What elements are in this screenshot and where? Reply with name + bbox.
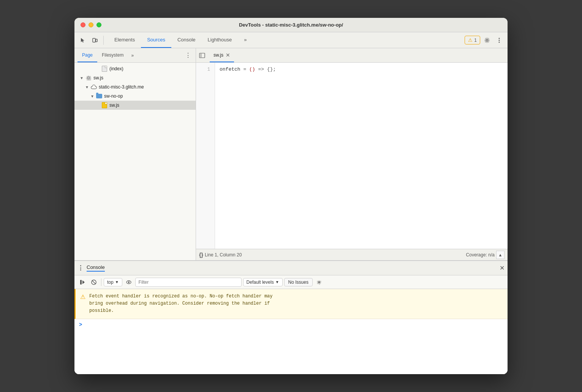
tree-arrow-domain: ▼: [85, 85, 90, 89]
tab-page[interactable]: Page: [77, 48, 97, 62]
context-value: top: [107, 280, 114, 285]
top-toolbar: Elements Sources Console Lighthouse » ⚠ …: [74, 32, 508, 48]
doc-icon: [101, 65, 108, 72]
svg-marker-8: [82, 280, 85, 284]
tree-arrow-folder: ▼: [90, 94, 96, 98]
tab-elements[interactable]: Elements: [108, 32, 141, 48]
status-bar-left: {} Line 1, Column 20: [199, 252, 242, 258]
toolbar-right: ⚠ 1: [465, 35, 505, 46]
svg-point-2: [499, 38, 500, 39]
tree-item-swjs-file[interactable]: sw.js: [74, 101, 196, 110]
sidebar-toggle-button[interactable]: [198, 51, 207, 60]
format-button[interactable]: {}: [199, 252, 203, 258]
minimize-button[interactable]: [89, 22, 93, 27]
status-bar-right: Coverage: n/a ▲: [466, 251, 505, 259]
warning-triangle-icon: ⚠: [80, 293, 85, 315]
console-divider-1: [101, 278, 101, 286]
editor-tab-close[interactable]: ✕: [226, 52, 230, 58]
line-num-1: 1: [196, 66, 215, 73]
console-prompt: >: [74, 319, 508, 330]
warning-text: Fetch event handler is recognized as no-…: [89, 293, 272, 315]
console-close-button[interactable]: ✕: [500, 264, 505, 272]
close-button[interactable]: [81, 22, 85, 27]
filter-input[interactable]: [135, 278, 242, 287]
warning-count: 1: [474, 38, 477, 43]
console-header: ⋮ Console ✕: [74, 261, 508, 275]
svg-line-10: [92, 280, 96, 284]
editor-tabs: sw.js ✕: [196, 48, 508, 63]
tab-more-panels[interactable]: »: [130, 53, 135, 58]
settings-button[interactable]: [482, 35, 492, 46]
warning-badge[interactable]: ⚠ 1: [465, 36, 480, 44]
traffic-lights: [81, 22, 101, 27]
tab-console[interactable]: Console: [171, 32, 202, 48]
svg-point-12: [128, 281, 130, 283]
code-line-1: onfetch = () => {};: [220, 66, 503, 73]
tab-filesystem[interactable]: Filesystem: [97, 48, 128, 62]
devtools-body: Elements Sources Console Lighthouse » ⚠ …: [74, 32, 508, 374]
window-title: DevTools - static-misc-3.glitch.me/sw-no…: [239, 22, 343, 28]
tab-more[interactable]: »: [238, 32, 253, 48]
panel-tabs: Page Filesystem » ⋮: [74, 48, 196, 63]
svg-rect-5: [199, 53, 205, 58]
gear-icon: [85, 74, 92, 81]
chevron-down-icon: ▼: [115, 280, 119, 284]
js-file-icon: [101, 102, 108, 109]
line-numbers: 1: [196, 63, 215, 249]
panel-options-button[interactable]: ⋮: [183, 52, 193, 59]
svg-rect-7: [80, 280, 82, 285]
coverage-status: Coverage: n/a: [466, 252, 495, 258]
no-issues-button[interactable]: No Issues: [284, 278, 313, 286]
svg-rect-1: [96, 39, 97, 42]
play-button[interactable]: [77, 277, 87, 287]
tree-item-index[interactable]: (index): [74, 64, 196, 73]
svg-rect-0: [93, 38, 95, 42]
svg-point-3: [499, 40, 500, 41]
folder-icon: [96, 93, 103, 100]
devtools-window: DevTools - static-misc-3.glitch.me/sw-no…: [74, 18, 508, 374]
scroll-up-button[interactable]: ▲: [496, 251, 505, 259]
console-input[interactable]: [85, 321, 503, 327]
warning-icon: ⚠: [468, 37, 473, 43]
select-element-button[interactable]: [77, 35, 88, 46]
tab-sources[interactable]: Sources: [141, 32, 171, 48]
tab-list: Elements Sources Console Lighthouse »: [108, 32, 253, 48]
editor-tab-label: sw.js: [214, 52, 223, 58]
more-options-button[interactable]: [494, 35, 505, 46]
tree-item-swjs-root[interactable]: ▼ sw.js: [74, 73, 196, 82]
tree-arrow-swjs: ▼: [80, 76, 85, 80]
tree-label-folder: sw-no-op: [104, 93, 123, 99]
status-bar: {} Line 1, Column 20 Coverage: n/a ▲: [196, 249, 508, 260]
tree-label-swjs-file: sw.js: [109, 103, 119, 108]
cursor-position: Line 1, Column 20: [205, 252, 242, 258]
editor-tab-swjs[interactable]: sw.js ✕: [210, 48, 234, 62]
tab-lighthouse[interactable]: Lighthouse: [202, 32, 238, 48]
console-settings-button[interactable]: [314, 277, 324, 287]
maximize-button[interactable]: [96, 22, 101, 27]
levels-selector[interactable]: Default levels ▼: [243, 278, 283, 286]
tree-label-domain: static-misc-3.glitch.me: [99, 84, 144, 90]
watch-button[interactable]: [124, 277, 134, 287]
code-content[interactable]: onfetch = () => {};: [215, 63, 508, 249]
bottom-panel: ⋮ Console ✕: [74, 260, 508, 374]
code-area: 1 onfetch = () => {};: [196, 63, 508, 249]
console-menu-button[interactable]: ⋮: [77, 264, 84, 272]
levels-chevron-icon: ▼: [275, 280, 279, 284]
context-selector[interactable]: top ▼: [104, 278, 122, 286]
left-panel: Page Filesystem » ⋮ (index): [74, 48, 196, 260]
toolbar-divider-1: [103, 36, 104, 45]
tree-item-domain[interactable]: ▼ static-misc-3.glitch.me: [74, 82, 196, 92]
main-content: Page Filesystem » ⋮ (index): [74, 48, 508, 260]
warning-message: ⚠ Fetch event handler is recognized as n…: [74, 289, 508, 319]
tree-item-folder[interactable]: ▼ sw-no-op: [74, 92, 196, 101]
svg-point-4: [499, 41, 500, 43]
file-tree: (index) ▼ sw.js: [74, 63, 196, 260]
cloud-icon: [90, 84, 97, 90]
stop-button[interactable]: [89, 277, 99, 287]
console-title: Console: [87, 264, 105, 272]
levels-label: Default levels: [247, 280, 274, 285]
tree-label-index: (index): [109, 66, 123, 71]
device-mode-button[interactable]: [90, 35, 100, 46]
right-panel: sw.js ✕ 1 onfetch = () => {}; {}: [196, 48, 508, 260]
console-content: ⚠ Fetch event handler is recognized as n…: [74, 289, 508, 374]
